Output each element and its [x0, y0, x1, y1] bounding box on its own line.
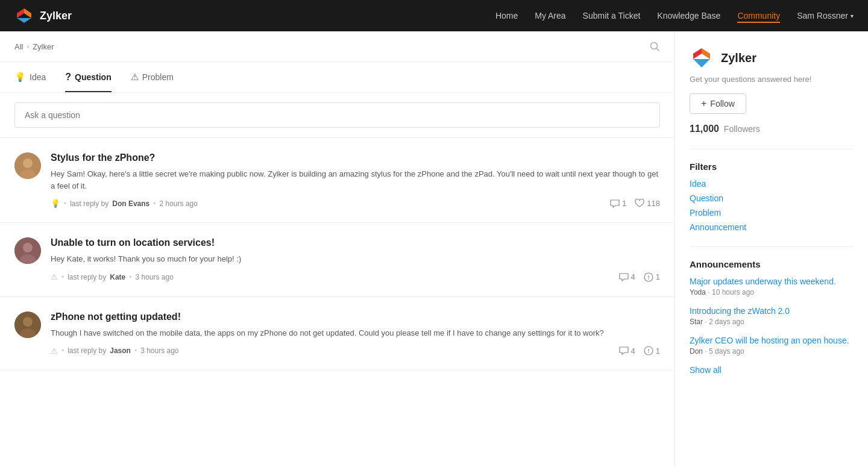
svg-marker-22 — [693, 48, 702, 59]
post-time: 3 hours ago — [135, 273, 173, 281]
breadcrumb-all[interactable]: All — [14, 42, 23, 51]
list-item: Major updates underway this weekend. Yod… — [690, 277, 854, 296]
avatar — [14, 152, 41, 179]
nav-home[interactable]: Home — [495, 11, 518, 20]
problem-type-icon: ⚠ — [51, 346, 58, 356]
avatar — [14, 237, 41, 264]
alert-icon — [644, 272, 653, 282]
nav-submit-ticket[interactable]: Submit a Ticket — [583, 11, 641, 20]
nav-knowledge-base[interactable]: Knowledge Base — [657, 11, 720, 20]
post-meta: ⚠ • last reply by Jason • 3 hours ago 4 — [51, 346, 660, 356]
post-meta-left: ⚠ • last reply by Kate • 3 hours ago — [51, 272, 174, 281]
list-item: Problem — [690, 208, 854, 218]
navbar: Zylker Home My Area Submit a Ticket Know… — [0, 0, 868, 31]
announcement-meta: Star · 2 days ago — [690, 318, 854, 326]
post-title[interactable]: Unable to turn on location services! — [51, 237, 660, 248]
filter-list: Idea Question Problem Announcement — [690, 179, 854, 232]
avatar — [14, 312, 41, 338]
post-title[interactable]: zPhone not getting updated! — [51, 312, 660, 322]
filters-title: Filters — [690, 161, 854, 172]
avatar-image — [14, 152, 41, 179]
announcement-meta: Yoda · 10 hours ago — [690, 288, 854, 296]
svg-point-7 — [23, 158, 33, 168]
alert-count: 1 — [644, 346, 660, 356]
alert-icon — [644, 346, 653, 356]
tab-idea-label: Idea — [30, 72, 46, 82]
post-body: Unable to turn on location services! Hey… — [51, 237, 660, 282]
filter-idea[interactable]: Idea — [690, 179, 706, 189]
ask-question-box — [0, 93, 675, 138]
comment-icon — [610, 199, 620, 208]
post-title[interactable]: Stylus for the zPhone? — [51, 152, 660, 163]
announcement-link[interactable]: Major updates underway this weekend. — [690, 277, 854, 286]
question-icon: ? — [65, 72, 71, 83]
nav-community[interactable]: Community — [737, 11, 780, 23]
tab-question-label: Question — [75, 72, 112, 82]
list-item: Unable to turn on location services! Hey… — [0, 223, 675, 297]
tab-question[interactable]: ? Question — [65, 72, 111, 92]
announcement-author: Yoda — [690, 288, 706, 296]
announcement-link[interactable]: Introducing the zWatch 2.0 — [690, 306, 854, 316]
svg-line-5 — [657, 49, 659, 51]
filter-problem[interactable]: Problem — [690, 208, 721, 218]
nav-user[interactable]: Sam Rossner ▾ — [797, 11, 854, 20]
post-time: 2 hours ago — [159, 199, 197, 208]
alert-number: 1 — [656, 272, 660, 281]
announcement-time: 5 days ago — [709, 347, 744, 356]
post-meta: 💡 • last reply by Don Evans • 2 hours ag… — [51, 199, 660, 208]
problem-type-icon: ⚠ — [51, 272, 58, 281]
svg-marker-0 — [24, 8, 31, 18]
tab-problem[interactable]: ⚠ Problem — [131, 72, 174, 92]
post-list: Stylus for the zPhone? Hey Sam! Okay, he… — [0, 138, 675, 371]
like-number: 118 — [647, 199, 660, 208]
svg-marker-21 — [702, 48, 710, 59]
list-item: Introducing the zWatch 2.0 Star · 2 days… — [690, 306, 854, 326]
list-item: Zylker CEO will be hosting an open house… — [690, 336, 854, 356]
svg-point-4 — [651, 43, 658, 49]
page-wrapper: All › Zylker 💡 Idea ? Question — [0, 31, 868, 467]
idea-type-icon: 💡 — [51, 199, 60, 208]
like-count: 118 — [635, 199, 660, 208]
divider — [690, 149, 854, 149]
announcement-meta: Don · 5 days ago — [690, 347, 854, 356]
avatar-image — [14, 237, 41, 264]
filter-question[interactable]: Question — [690, 193, 723, 203]
follow-plus-icon: + — [701, 98, 706, 109]
list-item: Idea — [690, 179, 854, 189]
comment-number: 4 — [631, 272, 635, 281]
svg-marker-24 — [702, 59, 710, 67]
tab-idea[interactable]: 💡 Idea — [14, 72, 46, 92]
show-all-link[interactable]: Show all — [690, 365, 722, 375]
comment-number: 1 — [622, 199, 626, 208]
post-body: Stylus for the zPhone? Hey Sam! Okay, he… — [51, 152, 660, 208]
post-meta-right: 1 118 — [610, 199, 660, 208]
list-item: Question — [690, 193, 854, 203]
post-tabs: 💡 Idea ? Question ⚠ Problem — [0, 62, 675, 93]
svg-marker-3 — [24, 18, 31, 23]
brand-logo-icon — [14, 6, 34, 25]
last-reply-label: last reply by — [68, 273, 106, 281]
ask-input[interactable] — [14, 102, 660, 128]
nav-my-area[interactable]: My Area — [535, 11, 565, 20]
announcement-time: 2 days ago — [709, 318, 744, 326]
follow-button[interactable]: + Follow — [690, 93, 746, 114]
announcement-link[interactable]: Zylker CEO will be hosting an open house… — [690, 336, 854, 345]
post-author: Don Evans — [112, 199, 149, 208]
announcement-author: Don — [690, 347, 703, 356]
post-meta: ⚠ • last reply by Kate • 3 hours ago 4 — [51, 272, 660, 282]
sidebar-community-header: Zylker — [690, 46, 854, 70]
nav-username: Sam Rossner — [797, 11, 848, 20]
sidebar-tagline: Get your questions answered here! — [690, 75, 854, 84]
comment-number: 4 — [631, 346, 635, 356]
search-button[interactable] — [649, 41, 660, 52]
list-item: Announcement — [690, 222, 854, 232]
followers-count: 11,000 Followers — [690, 124, 854, 134]
svg-point-20 — [648, 352, 649, 353]
svg-point-14 — [648, 278, 649, 280]
avatar-image — [14, 312, 41, 338]
brand-name: Zylker — [40, 10, 72, 22]
divider — [690, 246, 854, 247]
followers-number: 11,000 — [690, 124, 719, 134]
filter-announcement[interactable]: Announcement — [690, 222, 746, 232]
comment-icon — [619, 346, 629, 355]
